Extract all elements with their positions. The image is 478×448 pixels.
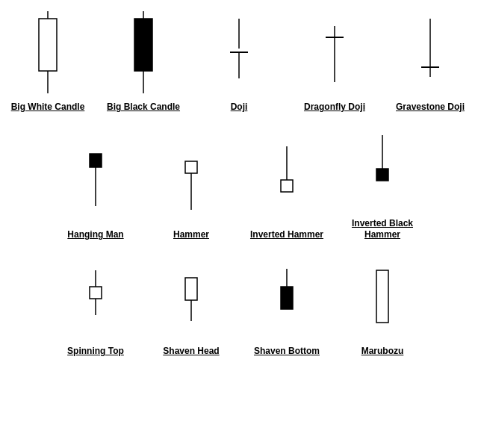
label-hanging-man: Hanging Man [67,229,123,241]
cell-shaven-bottom: Shaven Bottom [239,252,335,358]
label-dragonfly-doji: Dragonfly Doji [304,102,365,113]
cell-gravestone-doji: Gravestone Doji [382,7,478,113]
cell-marubozu: Marubozu [335,252,430,358]
cell-hanging-man: Hanging Man [48,135,143,241]
cell-inverted-black-hammer: Inverted Black Hammer [335,124,430,241]
label-marubozu: Marubozu [361,346,404,358]
row-1: Big White Candle Big Black Candle [0,7,478,113]
label-shaven-head: Shaven Head [163,346,219,358]
label-big-black-candle: Big Black Candle [107,102,180,113]
cell-inverted-hammer: Inverted Hammer [239,135,335,241]
label-big-white-candle: Big White Candle [11,102,85,113]
cell-dragonfly-doji: Dragonfly Doji [287,7,382,113]
cell-big-white-candle: Big White Candle [0,7,96,113]
svg-rect-1 [39,19,57,71]
row-2: Hanging Man Hammer [0,124,478,241]
svg-rect-20 [281,180,293,192]
label-gravestone-doji: Gravestone Doji [396,102,465,113]
label-hammer: Hammer [173,229,209,241]
svg-rect-24 [90,287,102,299]
svg-rect-30 [376,270,388,323]
svg-rect-22 [376,169,388,181]
svg-rect-29 [281,287,293,309]
cell-doji: Doji [191,7,287,113]
label-inverted-hammer: Inverted Hammer [250,229,323,241]
label-spinning-top: Spinning Top [67,346,124,358]
page: Big White Candle Big Black Candle [0,0,478,448]
svg-rect-26 [185,278,197,300]
svg-rect-15 [90,154,102,167]
cell-hammer: Hammer [143,135,239,241]
row-3: Spinning Top Shaven Head [0,252,478,358]
svg-rect-17 [185,161,197,173]
cell-spinning-top: Spinning Top [48,252,143,358]
label-shaven-bottom: Shaven Bottom [254,346,320,358]
cell-shaven-head: Shaven Head [143,252,239,358]
label-inverted-black-hammer: Inverted Black Hammer [335,218,430,241]
label-doji: Doji [231,102,248,113]
cell-big-black-candle: Big Black Candle [96,7,191,113]
svg-rect-4 [134,19,152,71]
